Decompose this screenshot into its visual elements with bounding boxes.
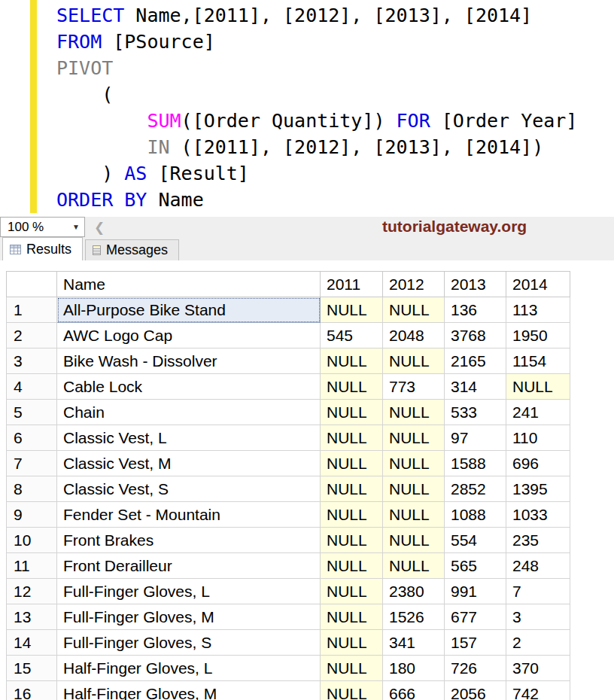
grid-cell[interactable]: NULL xyxy=(383,425,445,451)
row-header[interactable]: 16 xyxy=(7,681,57,700)
grid-cell[interactable]: NULL xyxy=(383,476,445,502)
grid-cell[interactable]: 110 xyxy=(506,425,570,451)
grid-cell[interactable]: 533 xyxy=(445,400,506,425)
grid-cell[interactable]: 2056 xyxy=(445,681,506,700)
grid-cell-name[interactable]: All-Purpose Bike Stand xyxy=(57,297,321,323)
grid-cell-name[interactable]: Fender Set - Mountain xyxy=(57,502,321,528)
grid-cell[interactable]: 180 xyxy=(383,656,445,681)
grid-cell-name[interactable]: Classic Vest, S xyxy=(57,476,321,502)
grid-cell-name[interactable]: Chain xyxy=(57,400,321,425)
grid-cell[interactable]: NULL xyxy=(321,348,383,374)
grid-cell[interactable]: 991 xyxy=(445,579,506,604)
grid-cell[interactable]: 241 xyxy=(506,400,570,425)
grid-cell[interactable]: 136 xyxy=(445,297,506,323)
column-header[interactable]: Name xyxy=(57,272,321,297)
grid-cell[interactable]: 341 xyxy=(383,630,445,656)
grid-cell[interactable]: 1395 xyxy=(506,476,570,502)
grid-cell[interactable]: 248 xyxy=(506,553,570,579)
tab-messages[interactable]: Messages xyxy=(85,239,179,260)
select-all-corner[interactable] xyxy=(7,272,57,297)
grid-cell-name[interactable]: Half-Finger Gloves, M xyxy=(57,681,321,700)
grid-cell-name[interactable]: Front Derailleur xyxy=(57,553,321,579)
grid-cell[interactable]: 2165 xyxy=(445,348,506,374)
column-header[interactable]: 2012 xyxy=(383,272,445,297)
grid-cell[interactable]: 97 xyxy=(445,425,506,451)
grid-cell[interactable]: 3 xyxy=(506,604,570,630)
grid-cell[interactable]: 1033 xyxy=(506,502,570,528)
row-header[interactable]: 8 xyxy=(7,476,57,502)
grid-cell[interactable]: 1526 xyxy=(383,604,445,630)
sql-code[interactable]: SELECT Name,[2011], [2012], [2013], [201… xyxy=(0,0,614,213)
grid-cell[interactable]: 1154 xyxy=(506,348,570,374)
grid-cell-name[interactable]: Full-Finger Gloves, M xyxy=(57,604,321,630)
grid-cell[interactable]: NULL xyxy=(321,553,383,579)
row-header[interactable]: 10 xyxy=(7,528,57,553)
grid-cell[interactable]: 773 xyxy=(383,374,445,400)
grid-cell-name[interactable]: AWC Logo Cap xyxy=(57,323,321,348)
grid-cell[interactable]: NULL xyxy=(321,604,383,630)
grid-cell[interactable]: NULL xyxy=(506,374,570,400)
grid-cell[interactable]: 742 xyxy=(506,681,570,700)
row-header[interactable]: 7 xyxy=(7,451,57,476)
grid-cell-name[interactable]: Classic Vest, M xyxy=(57,451,321,476)
grid-cell[interactable]: 7 xyxy=(506,579,570,604)
grid-cell[interactable]: 677 xyxy=(445,604,506,630)
row-header[interactable]: 5 xyxy=(7,400,57,425)
grid-cell[interactable]: NULL xyxy=(383,528,445,553)
grid-cell[interactable]: 2048 xyxy=(383,323,445,348)
grid-cell[interactable]: 554 xyxy=(445,528,506,553)
grid-cell[interactable]: NULL xyxy=(383,297,445,323)
grid-cell[interactable]: 3768 xyxy=(445,323,506,348)
grid-cell-name[interactable]: Bike Wash - Dissolver xyxy=(57,348,321,374)
grid-cell-name[interactable]: Half-Finger Gloves, L xyxy=(57,656,321,681)
grid-cell[interactable]: NULL xyxy=(321,579,383,604)
grid-cell[interactable]: 1088 xyxy=(445,502,506,528)
row-header[interactable]: 2 xyxy=(7,323,57,348)
grid-cell-name[interactable]: Full-Finger Gloves, S xyxy=(57,630,321,656)
row-header[interactable]: 11 xyxy=(7,553,57,579)
row-header[interactable]: 1 xyxy=(7,297,57,323)
row-header[interactable]: 4 xyxy=(7,374,57,400)
grid-cell[interactable]: NULL xyxy=(321,451,383,476)
row-header[interactable]: 15 xyxy=(7,656,57,681)
grid-cell[interactable]: 314 xyxy=(445,374,506,400)
grid-cell[interactable]: 726 xyxy=(445,656,506,681)
grid-cell[interactable]: NULL xyxy=(383,451,445,476)
grid-cell[interactable]: 2380 xyxy=(383,579,445,604)
grid-cell-name[interactable]: Front Brakes xyxy=(57,528,321,553)
grid-cell[interactable]: NULL xyxy=(321,630,383,656)
zoom-dropdown[interactable]: 100 % ▼ xyxy=(0,217,85,237)
grid-cell[interactable]: 235 xyxy=(506,528,570,553)
results-table[interactable]: Name20112012201320141All-Purpose Bike St… xyxy=(6,271,570,700)
column-header[interactable]: 2013 xyxy=(445,272,506,297)
grid-cell[interactable]: NULL xyxy=(383,502,445,528)
grid-cell[interactable]: 113 xyxy=(506,297,570,323)
grid-cell[interactable]: 696 xyxy=(506,451,570,476)
grid-cell[interactable]: NULL xyxy=(321,425,383,451)
row-header[interactable]: 9 xyxy=(7,502,57,528)
grid-cell[interactable]: 1588 xyxy=(445,451,506,476)
tab-results[interactable]: Results xyxy=(2,237,83,260)
column-header[interactable]: 2014 xyxy=(506,272,570,297)
grid-cell[interactable]: NULL xyxy=(383,553,445,579)
grid-cell[interactable]: NULL xyxy=(321,656,383,681)
grid-cell[interactable]: NULL xyxy=(321,297,383,323)
row-header[interactable]: 13 xyxy=(7,604,57,630)
grid-cell[interactable]: 1950 xyxy=(506,323,570,348)
grid-cell[interactable]: 666 xyxy=(383,681,445,700)
grid-cell[interactable]: 565 xyxy=(445,553,506,579)
grid-cell[interactable]: 2852 xyxy=(445,476,506,502)
grid-cell-name[interactable]: Classic Vest, L xyxy=(57,425,321,451)
grid-cell[interactable]: NULL xyxy=(321,400,383,425)
grid-cell-name[interactable]: Cable Lock xyxy=(57,374,321,400)
grid-cell[interactable]: NULL xyxy=(321,476,383,502)
grid-cell[interactable]: 157 xyxy=(445,630,506,656)
grid-cell[interactable]: NULL xyxy=(383,400,445,425)
grid-cell[interactable]: 545 xyxy=(321,323,383,348)
grid-cell[interactable]: NULL xyxy=(321,374,383,400)
row-header[interactable]: 6 xyxy=(7,425,57,451)
query-editor[interactable]: SELECT Name,[2011], [2012], [2013], [201… xyxy=(0,0,614,217)
scroll-left-icon[interactable]: ❮ xyxy=(94,220,105,235)
grid-cell[interactable]: NULL xyxy=(321,681,383,700)
grid-cell[interactable]: NULL xyxy=(321,528,383,553)
